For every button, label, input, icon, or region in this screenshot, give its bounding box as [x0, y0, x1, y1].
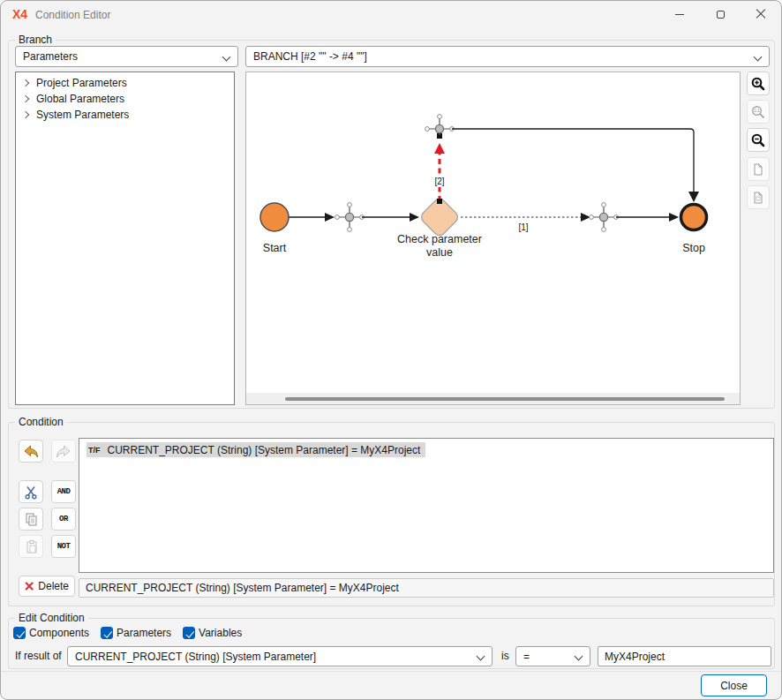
copy-button[interactable]: [19, 508, 43, 531]
start-node-label: Start: [263, 242, 287, 254]
cut-icon: [24, 485, 38, 500]
tree-item-project-parameters[interactable]: Project Parameters: [16, 75, 234, 91]
maximize-icon: [717, 11, 725, 19]
checkbox-components[interactable]: Components: [13, 627, 89, 639]
footer-divider: [1, 671, 781, 672]
stop-node[interactable]: [681, 205, 707, 230]
tree-item-label: Global Parameters: [36, 93, 124, 105]
close-icon: [756, 9, 766, 19]
condition-list-item[interactable]: T/F CURRENT_PROJECT (String) [System Par…: [86, 442, 425, 457]
zoom-original-icon: 1:1: [750, 104, 766, 120]
tree-item-system-parameters[interactable]: System Parameters: [16, 107, 234, 123]
zoom-out-button[interactable]: [747, 128, 770, 152]
undo-button[interactable]: [19, 440, 43, 463]
branch-select-value: BRANCH [#2 "" -> #4 ""]: [253, 50, 367, 63]
stop-node-label: Stop: [682, 242, 705, 254]
edge-junction2-stop[interactable]: [616, 213, 679, 222]
tree-item-label: System Parameters: [36, 109, 129, 121]
zoom-in-icon: [750, 76, 766, 92]
edge-branch-1[interactable]: [1]: [461, 213, 590, 232]
checkbox-checked-icon: [183, 627, 195, 639]
junction-node-top[interactable]: [425, 115, 455, 135]
chevron-right-icon: [22, 95, 29, 102]
parameter-category-value: Parameters: [23, 50, 78, 63]
page-icon: [751, 191, 765, 205]
workflow-canvas[interactable]: [2] [1]: [245, 72, 741, 405]
condition-list[interactable]: T/F CURRENT_PROJECT (String) [System Par…: [79, 438, 774, 573]
workflow-diagram: [2] [1]: [246, 72, 740, 393]
condition-group-label: Condition: [15, 416, 67, 428]
condition-type-badge: T/F: [88, 446, 101, 455]
chevron-down-icon: [575, 652, 583, 661]
is-label: is: [501, 650, 509, 662]
scrollbar-thumb[interactable]: [285, 397, 725, 401]
comparison-value-input[interactable]: [598, 646, 771, 666]
edge-junction-decision[interactable]: [362, 213, 419, 222]
start-node[interactable]: [260, 203, 289, 231]
edit-condition-group-label: Edit Condition: [15, 612, 88, 624]
condition-result-field: CURRENT_PROJECT (String) [System Paramet…: [79, 578, 774, 598]
parameter-category-select[interactable]: Parameters: [15, 46, 238, 67]
and-button[interactable]: AND: [51, 480, 76, 503]
branch-group-label: Branch: [15, 34, 56, 46]
parameter-tree: Project Parameters Global Parameters Sys…: [15, 72, 235, 405]
zoom-original-button[interactable]: 1:1: [747, 100, 770, 124]
close-button[interactable]: Close: [701, 674, 767, 696]
or-button[interactable]: OR: [51, 508, 76, 531]
fit-page-button[interactable]: [747, 157, 770, 181]
fit-selection-button[interactable]: [747, 185, 770, 209]
junction-node-1[interactable]: [335, 203, 365, 232]
maximize-button[interactable]: [700, 1, 741, 27]
redo-icon: [56, 444, 71, 459]
checkbox-parameters[interactable]: Parameters: [101, 627, 171, 639]
expression-select[interactable]: CURRENT_PROJECT (String) [System Paramet…: [67, 646, 493, 666]
minimize-button[interactable]: [659, 1, 700, 27]
window-title: Condition Editor: [35, 9, 110, 21]
edge-1-label: [1]: [518, 222, 528, 232]
edge-top-to-stop[interactable]: [452, 129, 699, 202]
operator-select[interactable]: =: [515, 646, 590, 666]
chevron-down-icon: [477, 652, 485, 661]
delete-button[interactable]: Delete: [19, 576, 75, 597]
edge-branch-2-highlighted[interactable]: [2]: [432, 133, 447, 204]
checkbox-checked-icon: [101, 627, 113, 639]
page-icon: [751, 162, 765, 177]
paste-icon: [24, 539, 39, 554]
canvas-horizontal-scrollbar[interactable]: [246, 393, 740, 404]
edge-start-junction[interactable]: [289, 213, 335, 222]
operator-value: =: [523, 651, 530, 663]
title-bar[interactable]: X4 Condition Editor: [1, 1, 781, 27]
checkbox-variables[interactable]: Variables: [183, 627, 242, 639]
svg-text:1:1: 1:1: [754, 109, 760, 113]
chevron-right-icon: [22, 111, 29, 118]
close-window-button[interactable]: [741, 1, 781, 27]
copy-icon: [24, 512, 39, 527]
x4-logo: X4: [12, 7, 27, 21]
junction-node-2[interactable]: [590, 203, 619, 232]
tree-item-label: Project Parameters: [36, 77, 127, 89]
decision-node-label-line2: value: [426, 246, 453, 259]
zoom-out-icon: [750, 132, 766, 148]
delete-x-icon: [25, 581, 34, 591]
source-filter-checkboxes: Components Parameters Variables: [13, 627, 242, 639]
edge-2-label: [2]: [434, 177, 444, 186]
paste-button[interactable]: [19, 535, 43, 558]
minimize-icon: [675, 14, 684, 15]
zoom-in-button[interactable]: [747, 72, 770, 95]
chevron-down-icon: [754, 53, 763, 62]
if-result-of-label: If result of: [15, 650, 62, 662]
redo-button[interactable]: [51, 440, 76, 463]
undo-icon: [23, 444, 39, 459]
expression-value: CURRENT_PROJECT (String) [System Paramet…: [75, 651, 316, 663]
cut-button[interactable]: [19, 480, 43, 503]
checkbox-checked-icon: [13, 627, 26, 639]
condition-editor-dialog: X4 Condition Editor Branch Parameters BR…: [0, 0, 782, 700]
tree-item-global-parameters[interactable]: Global Parameters: [16, 91, 234, 107]
chevron-right-icon: [22, 79, 29, 87]
chevron-down-icon: [222, 53, 231, 62]
condition-text: CURRENT_PROJECT (String) [System Paramet…: [108, 444, 421, 456]
decision-node-label-line1: Check parameter: [397, 233, 482, 245]
not-button[interactable]: NOT: [51, 535, 76, 558]
branch-select[interactable]: BRANCH [#2 "" -> #4 ""]: [245, 46, 770, 67]
